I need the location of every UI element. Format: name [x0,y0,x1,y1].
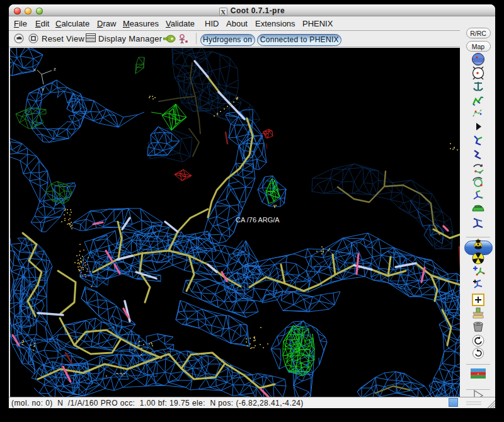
svg-text:CA /76 ARG/A: CA /76 ARG/A [236,216,280,224]
svg-text:z: z [54,66,56,72]
svg-text:Side: Side [474,205,483,208]
svg-text:y: y [42,86,44,91]
svg-text:x: x [33,67,36,72]
